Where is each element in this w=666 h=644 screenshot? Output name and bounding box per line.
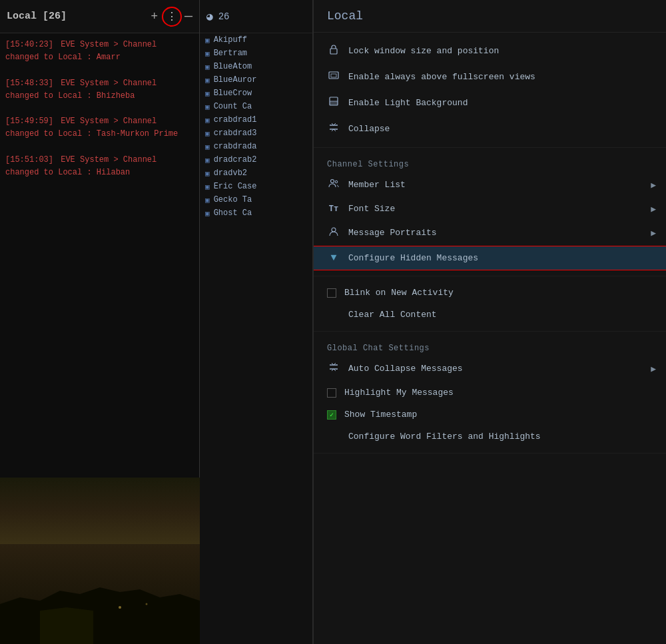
blink-activity-label: Blink on New Activity xyxy=(344,288,454,298)
auto-collapse-label: Auto Collapse Messages xyxy=(348,364,463,374)
word-filters-item[interactable]: Configure Word Filters and Highlights xyxy=(314,426,666,448)
member-item[interactable]: ▣ dradcrab2 xyxy=(200,153,312,166)
member-item[interactable]: ▣ Eric Case xyxy=(200,180,312,193)
word-filters-label: Configure Word Filters and Highlights xyxy=(348,432,541,442)
message-4: [15:51:03] EVE System > Channel changed … xyxy=(5,154,194,179)
global-settings-section: Global Chat Settings Auto Collapse Messa… xyxy=(314,332,666,454)
chat-panel: Local [26] + ⋮ — [15:40:23] EVE System >… xyxy=(0,0,200,644)
svg-marker-3 xyxy=(40,607,93,644)
member-name: dradvb2 xyxy=(214,168,247,178)
svg-point-5 xyxy=(146,603,148,605)
member-count-value: 26 xyxy=(218,11,230,22)
member-status-icon: ▣ xyxy=(205,182,210,191)
member-name: Eric Case xyxy=(214,182,257,191)
channel-settings-section: Channel Settings Member List ▶ Tт Font S… xyxy=(314,148,666,276)
member-item[interactable]: ▣ dradvb2 xyxy=(200,166,312,180)
member-item[interactable]: ▣ BlueAtom xyxy=(200,60,312,73)
blink-checkbox[interactable] xyxy=(327,288,336,298)
lock-icon xyxy=(327,44,340,58)
show-timestamp-item[interactable]: ✓ Show Timestamp xyxy=(314,404,666,426)
msg-time-1: [15:40:23] xyxy=(5,40,53,49)
member-item[interactable]: ▣ Bertram xyxy=(200,47,312,60)
window-section: Lock window size and position Enable alw… xyxy=(314,33,666,148)
message-portraits-item[interactable]: Message Portraits ▶ xyxy=(314,220,666,246)
message-1: [15:40:23] EVE System > Channel changed … xyxy=(5,39,194,64)
portraits-arrow: ▶ xyxy=(651,228,656,238)
add-channel-button[interactable]: + xyxy=(147,8,162,25)
svg-point-16 xyxy=(332,228,336,232)
member-name: Bertram xyxy=(214,49,247,58)
member-name: BlueAtom xyxy=(214,62,252,71)
clear-all-label: Clear All Content xyxy=(348,310,437,320)
member-item[interactable]: ▣ Ghost Ca xyxy=(200,206,312,220)
auto-collapse-icon xyxy=(327,362,340,376)
svg-rect-6 xyxy=(330,49,337,54)
member-status-icon: ▣ xyxy=(205,156,210,164)
enable-light-item[interactable]: Enable Light Background xyxy=(314,90,666,116)
timestamp-checkbox[interactable]: ✓ xyxy=(327,410,336,420)
lock-window-label: Lock window size and position xyxy=(348,46,499,56)
auto-collapse-arrow: ▶ xyxy=(651,364,656,374)
message-3: [15:49:59] EVE System > Channel changed … xyxy=(5,115,194,141)
member-list-label: Member List xyxy=(348,180,406,190)
collapse-icon xyxy=(327,122,340,136)
highlight-messages-label: Highlight My Messages xyxy=(344,388,454,398)
chat-title: Local [26] xyxy=(7,11,147,22)
context-menu: Local Lock window size and position Enab… xyxy=(313,0,666,644)
msg-time-3: [15:49:59] xyxy=(5,117,53,126)
enable-fullscreen-label: Enable always above fullscreen views xyxy=(348,72,535,82)
svg-rect-11 xyxy=(330,101,338,105)
member-item[interactable]: ▣ BlueAuror xyxy=(200,73,312,87)
member-status-icon: ▣ xyxy=(205,103,210,111)
member-status-icon: ▣ xyxy=(205,196,210,204)
member-item[interactable]: ▣ Gecko Ta xyxy=(200,193,312,206)
blink-activity-item[interactable]: Blink on New Activity xyxy=(314,282,666,304)
member-status-icon: ▣ xyxy=(205,49,210,58)
enable-fullscreen-item[interactable]: Enable always above fullscreen views xyxy=(314,64,666,90)
misc-section: Blink on New Activity Clear All Content xyxy=(314,276,666,332)
message-2: [15:48:33] EVE System > Channel changed … xyxy=(5,77,194,103)
member-item[interactable]: ▣ BlueCrow xyxy=(200,87,312,100)
landscape-svg xyxy=(0,544,200,644)
clear-all-item[interactable]: Clear All Content xyxy=(314,304,666,326)
auto-collapse-item[interactable]: Auto Collapse Messages ▶ xyxy=(314,356,666,382)
lock-window-item[interactable]: Lock window size and position xyxy=(314,38,666,64)
light-icon xyxy=(327,96,340,110)
highlight-checkbox[interactable] xyxy=(327,388,336,398)
font-size-item[interactable]: Tт Font Size ▶ xyxy=(314,198,666,220)
channel-settings-header: Channel Settings xyxy=(314,153,666,172)
context-menu-title: Local xyxy=(314,0,666,33)
member-list: ▣ Akipuff ▣ Bertram ▣ BlueAtom ▣ BlueAur… xyxy=(200,33,312,644)
member-item[interactable]: ▣ crabdrada xyxy=(200,140,312,153)
menu-button[interactable]: ⋮ xyxy=(162,7,182,27)
member-item[interactable]: ▣ Count Ca xyxy=(200,100,312,113)
member-count: ◕ 26 xyxy=(200,0,312,33)
show-timestamp-label: Show Timestamp xyxy=(344,410,417,420)
svg-rect-8 xyxy=(331,74,336,77)
msg-time-2: [15:48:33] xyxy=(5,79,53,88)
member-name: dradcrab2 xyxy=(214,155,257,164)
chat-header: Local [26] + ⋮ — xyxy=(0,0,199,33)
member-list-arrow: ▶ xyxy=(651,180,656,190)
collapse-label: Collapse xyxy=(348,124,390,134)
svg-point-4 xyxy=(119,606,121,609)
member-list-item[interactable]: Member List ▶ xyxy=(314,172,666,198)
svg-point-15 xyxy=(335,180,338,183)
member-status-icon: ▣ xyxy=(205,63,210,71)
collapse-button[interactable]: — xyxy=(184,9,192,24)
member-item[interactable]: ▣ crabdrad1 xyxy=(200,113,312,127)
member-name: BlueAuror xyxy=(214,75,257,85)
configure-hidden-item[interactable]: ▼ Configure Hidden Messages xyxy=(314,246,666,270)
triangle-icon: ▼ xyxy=(327,252,340,264)
configure-hidden-label: Configure Hidden Messages xyxy=(348,253,478,263)
member-item[interactable]: ▣ Akipuff xyxy=(200,33,312,47)
highlight-messages-item[interactable]: Highlight My Messages xyxy=(314,382,666,404)
member-status-icon: ▣ xyxy=(205,209,210,218)
member-item[interactable]: ▣ crabdrad3 xyxy=(200,127,312,140)
portraits-icon xyxy=(327,226,340,240)
member-name: crabdrad1 xyxy=(214,115,257,125)
enable-light-label: Enable Light Background xyxy=(348,98,468,108)
font-size-icon: Tт xyxy=(327,204,340,214)
collapse-item[interactable]: Collapse xyxy=(314,116,666,142)
member-status-icon: ▣ xyxy=(205,36,210,45)
